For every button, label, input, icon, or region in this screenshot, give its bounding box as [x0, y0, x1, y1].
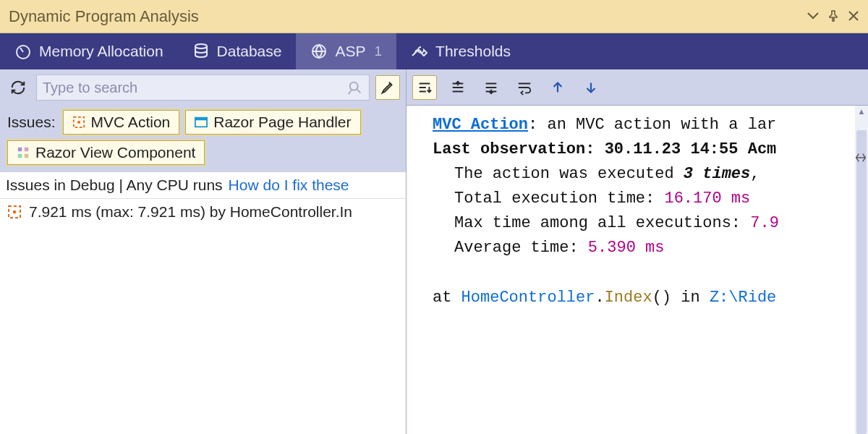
- details-text: MVC Action: an MVC action with a lar Las…: [407, 106, 868, 434]
- avg-label: Average time:: [454, 239, 588, 257]
- help-link[interactable]: How do I fix these: [229, 176, 349, 194]
- issues-panel: Issues: MVC Action Razor Page Handler Ra…: [0, 69, 407, 434]
- stack-method: Index: [605, 289, 652, 307]
- section-title: Issues in Debug | Any CPU runs: [6, 176, 223, 194]
- max-value: 7.9: [750, 214, 779, 232]
- last-observation-value: 30.11.23 14:55 Acm: [605, 140, 777, 158]
- nav-down-button[interactable]: [579, 75, 603, 100]
- details-panel: MVC Action: an MVC action with a lar Las…: [407, 69, 868, 434]
- stack-dot: .: [595, 289, 604, 307]
- chip-label: Razor Page Handler: [213, 114, 351, 131]
- target-icon: [7, 205, 22, 219]
- right-toolbar: [407, 69, 868, 106]
- filter-razor-view-component[interactable]: Razor View Component: [7, 140, 205, 165]
- tab-memory-allocation[interactable]: Memory Allocation: [0, 33, 178, 69]
- search-input[interactable]: [43, 80, 347, 96]
- filter-razor-page-handler[interactable]: Razor Page Handler: [185, 110, 360, 135]
- search-box[interactable]: [36, 75, 370, 101]
- component-icon: [17, 146, 30, 159]
- scroll-thumb[interactable]: [856, 130, 867, 434]
- svg-rect-9: [25, 148, 28, 151]
- tab-badge: 1: [375, 43, 383, 59]
- tab-database[interactable]: Database: [178, 33, 297, 69]
- target-icon: [72, 116, 85, 129]
- wrench-icon: [411, 43, 428, 60]
- refresh-button[interactable]: [6, 75, 30, 100]
- svg-point-5: [77, 121, 80, 124]
- issue-text: 7.921 ms (max: 7.921 ms) by HomeControll…: [29, 203, 352, 221]
- filters-label: Issues:: [7, 114, 56, 131]
- tab-thresholds[interactable]: Thresholds: [396, 33, 525, 69]
- tab-label: Thresholds: [435, 43, 511, 60]
- database-icon: [192, 43, 210, 60]
- issue-kind-suffix: : an MVC action with a lar: [528, 116, 776, 134]
- tab-label: Memory Allocation: [39, 43, 163, 60]
- left-toolbar: [0, 69, 406, 106]
- tab-label: Database: [217, 43, 282, 60]
- issue-filters: Issues: MVC Action Razor Page Handler Ra…: [0, 106, 406, 172]
- tab-asp[interactable]: ASP 1: [296, 33, 396, 69]
- svg-point-3: [350, 82, 358, 90]
- tab-strip: Memory Allocation Database ASP 1 Thresho…: [0, 33, 868, 69]
- svg-rect-8: [18, 148, 22, 151]
- expand-children-button[interactable]: [412, 75, 437, 100]
- stack-at: at: [433, 289, 461, 307]
- issue-row[interactable]: 7.921 ms (max: 7.921 ms) by HomeControll…: [0, 199, 406, 225]
- collapse-button[interactable]: [446, 75, 470, 100]
- issue-kind-link[interactable]: MVC Action: [433, 116, 528, 134]
- section-header: Issues in Debug | Any CPU runs How do I …: [0, 172, 406, 199]
- last-observation-label: Last observation:: [433, 140, 595, 158]
- tab-label: ASP: [335, 43, 365, 60]
- exec-suffix: ,: [750, 165, 760, 183]
- svg-point-1: [195, 44, 207, 48]
- total-value: 16.170 ms: [664, 190, 750, 208]
- filter-mvc-action[interactable]: MVC Action: [63, 110, 180, 135]
- exec-prefix: The action was executed: [454, 165, 684, 183]
- highlight-toggle[interactable]: [375, 75, 400, 100]
- exec-times: 3 times: [684, 165, 750, 183]
- chip-label: Razor View Component: [35, 144, 195, 161]
- svg-rect-10: [18, 154, 22, 158]
- issues-list: 7.921 ms (max: 7.921 ms) by HomeControll…: [0, 199, 406, 434]
- wrap-toggle[interactable]: [512, 75, 537, 100]
- gauge-icon: [14, 43, 32, 60]
- close-icon[interactable]: [848, 7, 859, 26]
- expand-button[interactable]: [479, 75, 503, 100]
- stack-class: HomeController: [461, 289, 595, 307]
- stack-path: Z:\Ride: [710, 289, 776, 307]
- max-label: Max time among all executions:: [454, 214, 750, 232]
- avg-value: 5.390 ms: [588, 239, 665, 257]
- window-title: Dynamic Program Analysis: [9, 7, 199, 26]
- svg-point-13: [13, 210, 16, 213]
- stack-paren: (): [652, 289, 681, 307]
- search-icon: [347, 80, 363, 95]
- svg-rect-11: [25, 154, 28, 158]
- chip-label: MVC Action: [91, 114, 171, 131]
- window-icon: [195, 116, 208, 129]
- scroll-up-icon[interactable]: ▲: [855, 106, 868, 117]
- svg-rect-7: [195, 118, 207, 121]
- stack-in: in: [681, 289, 710, 307]
- nav-up-button[interactable]: [545, 75, 570, 100]
- dropdown-icon[interactable]: [807, 7, 819, 26]
- split-handle-icon[interactable]: [854, 150, 868, 165]
- globe-icon: [310, 43, 328, 60]
- title-bar: Dynamic Program Analysis: [0, 0, 868, 33]
- total-label: Total execution time:: [454, 190, 664, 208]
- pin-icon[interactable]: [827, 7, 839, 26]
